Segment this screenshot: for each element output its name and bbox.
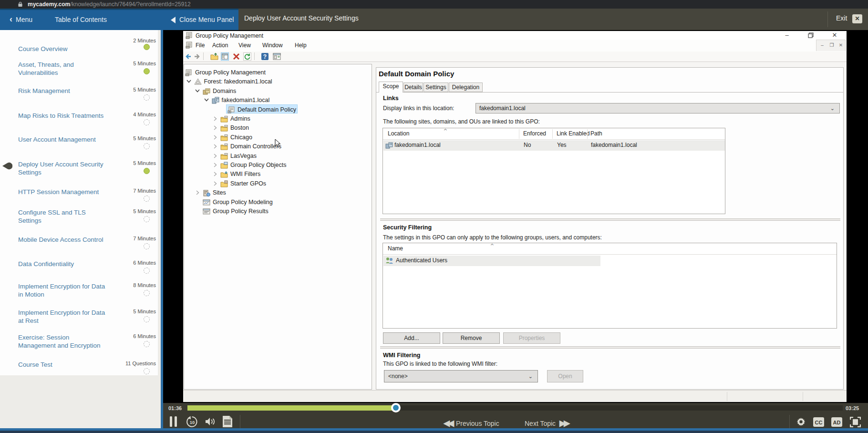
menu-window[interactable]: Window bbox=[262, 42, 283, 49]
tab-scope[interactable]: Scope bbox=[379, 82, 403, 93]
tree-item[interactable]: WMI Filters bbox=[184, 170, 372, 179]
audio-description-button[interactable]: AD bbox=[831, 417, 842, 427]
menu-action[interactable]: Action bbox=[212, 42, 228, 49]
toc-item-title[interactable]: Data Confidentiality bbox=[18, 260, 121, 268]
tree-item-label[interactable]: WMI Filters bbox=[230, 171, 260, 177]
security-table-row[interactable]: Authenticated Users bbox=[383, 256, 600, 266]
column-header[interactable]: Location bbox=[388, 130, 409, 137]
tree-item-label[interactable]: Sites bbox=[213, 189, 226, 196]
exit-button[interactable]: Exit bbox=[836, 14, 847, 22]
chevron-collapsed-icon[interactable] bbox=[214, 181, 217, 186]
url-text[interactable]: mycademy.com/knowledge/launch/76494/?enr… bbox=[28, 1, 191, 8]
chevron-collapsed-icon[interactable] bbox=[214, 172, 217, 176]
chevron-collapsed-icon[interactable] bbox=[196, 190, 199, 195]
chevron-expanded-icon[interactable] bbox=[186, 80, 191, 83]
column-header[interactable]: Link Enabled bbox=[557, 130, 589, 137]
rewind-10-button[interactable]: 10 bbox=[186, 416, 198, 428]
toc-item-title[interactable]: Asset, Threats, and Vulnerabilities bbox=[18, 61, 121, 77]
back-icon[interactable] bbox=[184, 52, 192, 61]
settings-gear-icon[interactable] bbox=[796, 416, 806, 427]
progress-track[interactable] bbox=[187, 405, 843, 411]
column-header[interactable]: Name bbox=[388, 245, 403, 252]
section-splitter[interactable] bbox=[380, 346, 840, 349]
toc-item-title[interactable]: Deploy User Account Security Settings bbox=[18, 161, 121, 176]
volume-button[interactable] bbox=[205, 417, 217, 426]
close-menu-panel-button[interactable]: Close Menu Panel bbox=[171, 16, 234, 23]
tree-item[interactable]: LasVegas bbox=[184, 152, 372, 161]
tree-item-label[interactable]: Group Policy Objects bbox=[230, 162, 286, 168]
tree-item[interactable]: Group Policy Modeling bbox=[184, 198, 372, 207]
console-tree-icon[interactable] bbox=[221, 52, 229, 61]
chevron-collapsed-icon[interactable] bbox=[214, 163, 217, 167]
tree-item[interactable]: Admins bbox=[184, 114, 372, 124]
toc-item-title[interactable]: Map Risks to Risk Treatments bbox=[18, 112, 121, 120]
close-button[interactable]: ✕ bbox=[831, 32, 838, 39]
chevron-collapsed-icon[interactable] bbox=[214, 154, 217, 158]
tree-item-label[interactable]: Chicago bbox=[230, 134, 252, 141]
toc-item-title[interactable]: HTTP Session Management bbox=[18, 188, 121, 196]
chevron-collapsed-icon[interactable] bbox=[214, 116, 217, 121]
delete-icon[interactable] bbox=[232, 52, 240, 61]
tab-settings[interactable]: Settings bbox=[424, 82, 448, 92]
tree-item-label[interactable]: Forest: fakedomain1.local bbox=[204, 78, 272, 85]
toc-item-title[interactable]: Risk Management bbox=[18, 87, 121, 95]
menu-button[interactable]: ‹Menu bbox=[10, 16, 32, 23]
tree-item[interactable]: Group Policy Management bbox=[184, 68, 372, 77]
tree-item[interactable]: Domains bbox=[184, 87, 372, 96]
tree-item-label[interactable]: Admins bbox=[230, 115, 250, 122]
maximize-button[interactable] bbox=[807, 32, 814, 39]
toc-item-title[interactable]: Course Test bbox=[18, 361, 121, 369]
links-table-row[interactable]: fakedomain1.localNoYesfakedomain1.local bbox=[383, 140, 725, 151]
minimize-button[interactable]: – bbox=[784, 32, 790, 39]
add-button[interactable]: Add... bbox=[383, 332, 440, 344]
chevron-expanded-icon[interactable] bbox=[195, 89, 200, 93]
remove-button[interactable]: Remove bbox=[443, 332, 500, 344]
tree-item-label[interactable]: Group Policy Results bbox=[213, 208, 269, 215]
tab-details[interactable]: Details bbox=[403, 82, 423, 92]
wmi-filter-combobox[interactable]: <none>⌄ bbox=[384, 370, 538, 382]
toc-item-title[interactable]: Mobile Device Access Control bbox=[18, 236, 121, 244]
tree-item[interactable]: Sites bbox=[184, 188, 372, 197]
pause-button[interactable] bbox=[169, 416, 178, 427]
tree-item[interactable]: Forest: fakedomain1.local bbox=[184, 77, 372, 86]
menu-file[interactable]: File bbox=[196, 42, 205, 49]
chevron-collapsed-icon[interactable] bbox=[214, 135, 217, 140]
tree-item-label[interactable]: LasVegas bbox=[230, 153, 257, 159]
chevron-collapsed-icon[interactable] bbox=[214, 144, 217, 149]
exit-close-icon[interactable]: ✕ bbox=[852, 14, 862, 23]
tree-item-label[interactable]: Group Policy Modeling bbox=[213, 199, 273, 206]
tree-item[interactable]: Group Policy Results bbox=[184, 207, 372, 216]
toc-item-title[interactable]: Implement Encryption for Data at Rest bbox=[18, 309, 121, 325]
menu-help[interactable]: Help bbox=[295, 42, 307, 49]
tree-item[interactable]: Boston bbox=[184, 124, 372, 133]
fullscreen-button[interactable] bbox=[850, 417, 861, 427]
tree-item-label[interactable]: Boston bbox=[230, 124, 249, 131]
tree-item-label[interactable]: fakedomain1.local bbox=[222, 97, 270, 103]
console-window-icon[interactable] bbox=[273, 52, 281, 61]
menu-view[interactable]: View bbox=[238, 42, 251, 49]
help-icon[interactable]: ? bbox=[261, 52, 269, 61]
display-links-combobox[interactable]: fakedomain1.local⌄ bbox=[475, 103, 840, 113]
chevron-expanded-icon[interactable] bbox=[204, 98, 209, 102]
playhead[interactable] bbox=[391, 403, 401, 412]
tab-delegation[interactable]: Delegation bbox=[449, 82, 483, 92]
forward-icon[interactable] bbox=[193, 52, 201, 61]
mdi-minimize-icon[interactable]: – bbox=[819, 42, 825, 48]
mdi-restore-icon[interactable]: ❐ bbox=[829, 42, 835, 48]
tree-item-label[interactable]: Default Domain Policy bbox=[238, 106, 296, 113]
next-topic-button[interactable]: Next Topic ▶▶ bbox=[525, 418, 568, 428]
toc-item-title[interactable]: Configure SSL and TLS Settings bbox=[18, 209, 121, 225]
mdi-close-icon[interactable]: ✕ bbox=[838, 42, 844, 48]
transcript-button[interactable] bbox=[222, 416, 233, 427]
tree-item-label[interactable]: Starter GPOs bbox=[230, 180, 266, 187]
tree-item[interactable]: Default Domain Policy bbox=[184, 105, 372, 114]
chevron-collapsed-icon[interactable] bbox=[214, 125, 217, 130]
refresh-icon[interactable] bbox=[243, 52, 251, 61]
tree-item-label[interactable]: Domain Controllers bbox=[230, 143, 281, 150]
tree-item[interactable]: Starter GPOs bbox=[184, 179, 372, 188]
toc-item-title[interactable]: User Account Management bbox=[18, 136, 121, 144]
tree-item[interactable]: fakedomain1.local bbox=[184, 96, 372, 105]
toc-item-title[interactable]: Exercise: Session Management and Encrypt… bbox=[18, 334, 121, 350]
column-header[interactable]: Path bbox=[590, 130, 602, 137]
toc-item-title[interactable]: Implement Encryption for Data in Motion bbox=[18, 283, 121, 299]
